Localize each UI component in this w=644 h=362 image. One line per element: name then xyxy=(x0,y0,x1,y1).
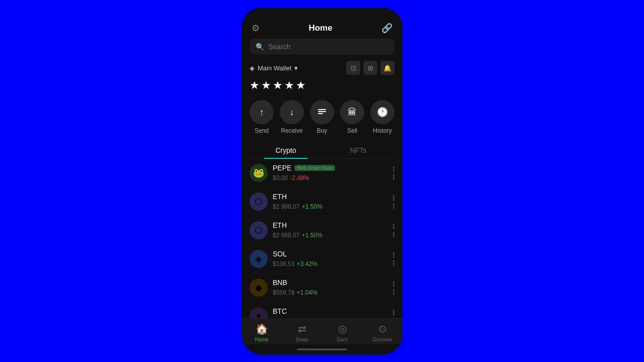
token-item-sol[interactable]: ◈ SOL $136,53 +3.42% xyxy=(250,245,394,274)
dot2 xyxy=(393,254,394,256)
receive-button[interactable]: ↓ Receive xyxy=(280,100,304,134)
token-item-btc1[interactable]: ✦ BTC $58 773,92 +2.45% xyxy=(250,302,394,318)
token-name-row-eth2: ETH xyxy=(273,221,388,229)
token-change-bnb: +1.04% xyxy=(297,289,317,296)
token-name-btc1: BTC xyxy=(273,307,287,315)
history-button[interactable]: 🕐 History xyxy=(370,100,394,134)
token-menu-dots-eth2 xyxy=(393,224,394,229)
token-menu-dots-eth1 xyxy=(393,195,394,201)
send-label: Send xyxy=(255,127,269,134)
dot2 xyxy=(393,312,394,313)
tab-nfts[interactable]: NFTs xyxy=(322,142,394,158)
dot1 xyxy=(393,195,394,197)
token-item-eth2[interactable]: ⬡ ETH $2 988,07 +1.50% xyxy=(250,216,394,245)
token-name-row-btc1: BTC xyxy=(273,307,388,315)
token-menu-eth1[interactable] xyxy=(393,195,394,209)
wallet-section: ◈ Main Wallet ▾ ⊡ ⊞ 🔔 xyxy=(242,61,403,79)
discover-nav-icon: ⊙ xyxy=(378,323,387,335)
token-name-row-eth1: ETH xyxy=(273,193,388,201)
settings-icon[interactable]: ⚙ xyxy=(252,23,260,34)
search-icon: 🔍 xyxy=(256,43,264,51)
copy-button[interactable]: ⊡ xyxy=(346,61,360,75)
dot4 xyxy=(393,232,394,233)
token-menu-dots-bnb xyxy=(393,281,394,287)
dot1 xyxy=(393,310,394,311)
send-button[interactable]: ↑ Send xyxy=(250,100,274,134)
discover-nav-label: Discover xyxy=(373,337,392,342)
token-price-row-bnb: $559,78 +1.04% xyxy=(273,288,388,297)
search-bar[interactable]: 🔍 xyxy=(250,39,394,55)
buy-label: Buy xyxy=(317,127,328,134)
dot4 xyxy=(393,203,394,205)
qr-button[interactable]: ⊞ xyxy=(363,61,377,75)
token-name-bnb: BNB xyxy=(273,279,287,287)
dot5 xyxy=(393,176,394,178)
token-menu-btc1[interactable] xyxy=(393,310,394,319)
dot6 xyxy=(393,207,394,209)
token-icon-eth2: ⬡ xyxy=(250,221,268,239)
token-change-pepe: -2.48% xyxy=(290,174,309,182)
token-menu-pepe[interactable] xyxy=(393,166,394,180)
wallet-balance: ★★★★★ xyxy=(242,79,403,100)
scan-icon[interactable]: 🔗 xyxy=(381,23,392,34)
token-price-eth1: $2 988,07 xyxy=(273,203,299,210)
header-title: Home xyxy=(308,23,332,33)
wallet-dropdown-icon[interactable]: ▾ xyxy=(294,64,298,72)
wallet-icons: ⊡ ⊞ 🔔 xyxy=(346,61,394,75)
nav-home[interactable]: 🏠 Home xyxy=(242,323,282,342)
earn-nav-icon: ◎ xyxy=(338,323,347,335)
token-menu-eth2[interactable] xyxy=(393,224,394,237)
sell-button[interactable]: 🏛 Sell xyxy=(340,100,364,134)
dot1 xyxy=(393,252,394,254)
history-icon-circle: 🕐 xyxy=(370,100,394,124)
svg-rect-1 xyxy=(318,111,326,112)
dot4 xyxy=(393,174,394,176)
token-price-row-pepe: $0,00 -2.48% xyxy=(273,173,388,182)
receive-icon-circle: ↓ xyxy=(280,100,304,124)
home-nav-label: Home xyxy=(255,337,269,342)
token-icon-eth1: ⬡ xyxy=(250,193,268,211)
dot6 xyxy=(393,178,394,180)
dot2 xyxy=(393,226,394,227)
dot2 xyxy=(393,197,394,199)
token-menu-dots-pepe xyxy=(393,166,394,172)
token-menu-dots2-eth1 xyxy=(393,203,394,209)
token-change-eth2: +1.50% xyxy=(302,232,323,239)
swap-nav-label: Swap xyxy=(295,337,308,342)
token-menu-dots2-eth2 xyxy=(393,232,394,237)
dot2 xyxy=(393,168,394,170)
nav-swap[interactable]: ⇄ Swap xyxy=(282,323,322,342)
token-menu-dots2-sol xyxy=(393,260,394,266)
token-price-row-sol: $136,53 +3.42% xyxy=(273,259,388,268)
bell-button[interactable]: 🔔 xyxy=(380,61,394,75)
dot5 xyxy=(393,234,394,235)
token-menu-sol[interactable] xyxy=(393,252,394,266)
history-label: History xyxy=(373,127,391,134)
token-icon-sol: ◈ xyxy=(250,250,268,268)
status-bar xyxy=(242,8,403,23)
nav-earn[interactable]: ◎ Earn xyxy=(322,323,362,342)
token-item-bnb[interactable]: ◆ BNB $559,78 +1.04% xyxy=(250,274,394,302)
token-icon-bnb: ◆ xyxy=(250,279,268,297)
buy-button[interactable]: Buy xyxy=(310,100,334,134)
dot5 xyxy=(393,291,394,293)
token-price-eth2: $2 988,07 xyxy=(273,232,299,239)
token-item-eth1[interactable]: ⬡ ETH $2 988,07 +1.50% xyxy=(250,188,394,216)
home-bar xyxy=(297,348,347,350)
search-input[interactable] xyxy=(268,43,388,51)
send-icon-circle: ↑ xyxy=(250,100,274,124)
token-name-row-pepe: PEPE BNB Smart Chain xyxy=(273,164,388,172)
token-menu-dots-btc1 xyxy=(393,310,394,315)
sell-label: Sell xyxy=(347,127,357,134)
token-menu-bnb[interactable] xyxy=(393,281,394,295)
tabs: Crypto NFTs xyxy=(250,142,394,159)
dot6 xyxy=(393,293,394,295)
token-menu-dots2-bnb xyxy=(393,289,394,295)
nav-discover[interactable]: ⊙ Discover xyxy=(362,323,403,342)
dot2 xyxy=(393,283,394,285)
token-price-sol: $136,53 xyxy=(273,260,294,267)
tab-crypto[interactable]: Crypto xyxy=(250,142,322,158)
dot3 xyxy=(393,314,394,315)
dot3 xyxy=(393,170,394,172)
token-item-pepe[interactable]: 🐸 PEPE BNB Smart Chain $0,00 -2.48% xyxy=(250,159,394,188)
